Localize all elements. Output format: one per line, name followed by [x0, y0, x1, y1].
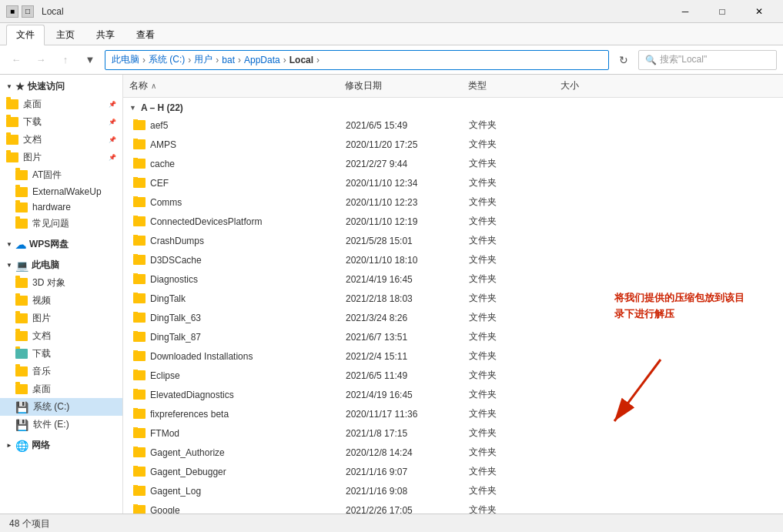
table-row[interactable]: ElevatedDiagnostics 2021/4/19 16:45 文件夹: [123, 385, 783, 404]
cell-name: DingTalk: [124, 293, 340, 305]
folder-icon: [6, 117, 18, 127]
header-type[interactable]: 类型: [462, 78, 554, 94]
sidebar-item-hardware[interactable]: hardware: [0, 199, 122, 215]
title-bar-icons: ■ □: [6, 5, 34, 18]
table-row[interactable]: aef5 2021/6/5 15:49 文件夹: [123, 115, 783, 135]
table-row[interactable]: cache 2021/2/27 9:44 文件夹: [123, 154, 783, 173]
cell-type: 文件夹: [463, 156, 555, 171]
close-button[interactable]: ✕: [741, 0, 777, 23]
table-row[interactable]: ConnectedDevicesPlatform 2020/11/10 12:1…: [123, 212, 783, 231]
tab-home[interactable]: 主页: [46, 25, 85, 45]
tab-view[interactable]: 查看: [126, 25, 165, 45]
up-button[interactable]: ↑: [55, 50, 75, 70]
table-row[interactable]: DingTalk 2021/2/18 18:03 文件夹: [123, 289, 783, 308]
table-row[interactable]: Gagent_Log 2021/1/16 9:08 文件夹: [123, 481, 783, 500]
file-area: 名称 ∧ 修改日期 类型 大小 ▼ A – H (22): [123, 75, 783, 514]
table-row[interactable]: DingTalk_87 2021/6/7 13:51 文件夹: [123, 327, 783, 346]
cell-type: 文件夹: [463, 407, 555, 421]
tab-share[interactable]: 共享: [86, 25, 125, 45]
folder-icon: [15, 313, 28, 323]
search-icon: 🔍: [645, 55, 657, 65]
address-bar[interactable]: 此电脑 › 系统 (C:) › 用户 › bat › AppData › Loc…: [105, 50, 609, 70]
breadcrumb-pc[interactable]: 此电脑: [112, 53, 139, 66]
sidebar-item-pictures[interactable]: 图片 📌: [0, 149, 122, 166]
cell-size: [555, 375, 647, 376]
sidebar-item-softwaree[interactable]: 💾 软件 (E:): [0, 416, 122, 433]
cell-name: Google: [124, 504, 340, 514]
recent-locations-button[interactable]: ▼: [80, 50, 100, 70]
back-button[interactable]: ←: [6, 50, 26, 70]
minimize-button[interactable]: ─: [668, 0, 703, 23]
table-row[interactable]: Gagent_Debugger 2021/1/16 9:07 文件夹: [123, 462, 783, 481]
search-box[interactable]: 🔍 搜索"Local": [638, 50, 777, 70]
table-row[interactable]: Eclipse 2021/6/5 11:49 文件夹: [123, 366, 783, 385]
cell-size: [555, 336, 647, 338]
sidebar-item-desktop[interactable]: 桌面 📌: [0, 95, 122, 113]
sidebar-quickaccess-header[interactable]: ▼ ★ 快速访问: [0, 78, 122, 95]
folder-icon: [15, 384, 28, 394]
forward-button[interactable]: →: [31, 50, 51, 70]
breadcrumb-users[interactable]: 用户: [194, 53, 212, 66]
sidebar-item-music[interactable]: 音乐: [0, 363, 122, 380]
window-title: Local: [42, 6, 64, 17]
sidebar-item-downloads[interactable]: 下载 📌: [0, 113, 122, 131]
chevron-down-icon: ▼: [6, 83, 12, 90]
cell-date: 2020/11/10 12:23: [340, 196, 463, 209]
breadcrumb-bat[interactable]: bat: [222, 55, 235, 65]
table-row[interactable]: Downloaded Installations 2021/2/4 15:11 …: [123, 346, 783, 366]
cell-name: DingTalk_87: [124, 331, 340, 343]
cell-date: 2020/11/10 12:19: [340, 216, 463, 228]
cell-date: 2020/11/10 18:10: [340, 254, 463, 266]
cell-date: 2021/2/26 17:05: [340, 504, 463, 514]
breadcrumb-drive[interactable]: 系统 (C:): [149, 53, 185, 66]
tab-file[interactable]: 文件: [6, 25, 45, 45]
sidebar-item-faq[interactable]: 常见问题: [0, 215, 122, 233]
file-name: Diagnostics: [150, 274, 198, 285]
sidebar-item-videos[interactable]: 视频: [0, 292, 122, 309]
sidebar-thispc-header[interactable]: ▼ 💻 此电脑: [0, 256, 122, 274]
file-group-ah[interactable]: ▼ A – H (22): [123, 98, 783, 115]
table-row[interactable]: CrashDumps 2021/5/28 15:01 文件夹: [123, 231, 783, 250]
column-headers: 名称 ∧ 修改日期 类型 大小: [123, 75, 783, 98]
table-row[interactable]: Gagent_Authorize 2020/12/8 14:24 文件夹: [123, 443, 783, 462]
sidebar-wps-header[interactable]: ▼ ☁ WPS网盘: [0, 236, 122, 253]
cell-size: [555, 144, 647, 146]
folder-icon: [133, 351, 146, 361]
header-size[interactable]: 大小: [554, 78, 647, 94]
sidebar-item-3dobjects[interactable]: 3D 对象: [0, 274, 122, 292]
table-row[interactable]: fixpreferences beta 2020/11/17 11:36 文件夹: [123, 404, 783, 423]
ribbon-tabs: 文件 主页 共享 查看: [0, 23, 783, 45]
table-row[interactable]: DingTalk_63 2021/3/24 8:26 文件夹: [123, 308, 783, 327]
table-row[interactable]: Google 2021/2/26 17:05 文件夹: [123, 500, 783, 514]
sidebar-item-docs[interactable]: 文档 📌: [0, 131, 122, 149]
cell-type: 文件夹: [463, 426, 555, 440]
sidebar-3d-label: 3D 对象: [32, 276, 65, 289]
status-bar: 48 个项目: [0, 514, 783, 532]
sidebar-network-header[interactable]: ► 🌐 网络: [0, 437, 122, 454]
table-row[interactable]: D3DSCache 2020/11/10 18:10 文件夹: [123, 250, 783, 269]
sidebar-item-atfirmware[interactable]: AT固件: [0, 166, 122, 184]
refresh-button[interactable]: ↻: [614, 50, 634, 70]
chevron-down-icon: ▼: [6, 241, 12, 248]
table-row[interactable]: FTMod 2021/1/8 17:15 文件夹: [123, 423, 783, 443]
file-name: AMPS: [150, 139, 176, 150]
maximize-button[interactable]: □: [704, 0, 740, 23]
sidebar-item-desktop2[interactable]: 桌面: [0, 380, 122, 398]
sidebar-item-pictures2[interactable]: 图片: [0, 309, 122, 327]
breadcrumb-appdata[interactable]: AppData: [244, 55, 280, 65]
cell-name: AMPS: [124, 139, 340, 151]
sidebar-item-externalwakeup[interactable]: ExternalWakeUp: [0, 184, 122, 199]
sidebar-item-documents[interactable]: 文档: [0, 327, 122, 345]
header-name[interactable]: 名称 ∧: [123, 78, 339, 94]
table-row[interactable]: Diagnostics 2021/4/19 16:45 文件夹: [123, 269, 783, 289]
table-row[interactable]: CEF 2020/11/10 12:34 文件夹: [123, 173, 783, 192]
file-name: Gagent_Debugger: [150, 467, 226, 477]
sidebar-item-systemc[interactable]: 💾 系统 (C:): [0, 398, 122, 416]
header-date[interactable]: 修改日期: [339, 78, 462, 94]
table-row[interactable]: Comms 2020/11/10 12:23 文件夹: [123, 192, 783, 212]
file-name: CEF: [150, 178, 169, 189]
cell-size: [555, 298, 647, 299]
table-row[interactable]: AMPS 2020/11/20 17:25 文件夹: [123, 135, 783, 154]
sidebar-systemc-label: 系统 (C:): [33, 400, 69, 413]
sidebar-item-downloads2[interactable]: 下载: [0, 345, 122, 363]
